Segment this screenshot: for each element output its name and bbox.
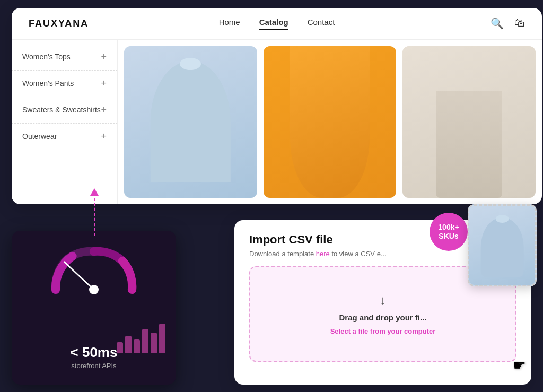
product-preview-image xyxy=(468,204,537,286)
cursor-hand-icon: ☛ xyxy=(513,356,526,374)
product-card-orange-dress[interactable] xyxy=(264,46,397,198)
sidebar-label-womens-tops: Women's Tops xyxy=(22,53,71,61)
select-file-link[interactable]: Select a file xyxy=(330,327,369,335)
products-grid xyxy=(118,40,542,204)
sidebar-item-womens-tops[interactable]: Women's Tops + xyxy=(12,44,117,71)
bar-5 xyxy=(151,333,157,353)
product-image-orange-dress xyxy=(264,46,397,198)
navigation: FAUXYANA Home Catalog Contact 🔍 🛍 xyxy=(12,8,542,40)
nav-links: Home Catalog Contact xyxy=(219,18,335,30)
sidebar-item-sweaters[interactable]: Sweaters & Sweatshirts + xyxy=(12,97,117,124)
brand-logo: FAUXYANA xyxy=(29,18,89,29)
product-image-beige-pants xyxy=(402,46,536,198)
product-image-blue-top xyxy=(124,46,257,198)
bar-1 xyxy=(117,342,123,353)
product-card-beige-pants[interactable] xyxy=(402,46,536,198)
bar-chart xyxy=(117,321,165,353)
speed-card: < 50ms storefront APIs xyxy=(12,231,176,385)
subtitle-suffix: to view a CSV e... xyxy=(330,250,387,258)
dotted-line xyxy=(94,198,95,236)
bar-2 xyxy=(125,336,132,353)
speed-subtitle: storefront APIs xyxy=(71,362,116,370)
main-layout: Women's Tops + Women's Pants + Sweaters … xyxy=(12,40,542,204)
cart-icon[interactable]: 🛍 xyxy=(514,17,525,30)
expand-icon-womens-tops[interactable]: + xyxy=(101,51,107,63)
subtitle-prefix: Download a template xyxy=(249,250,316,258)
product-card-blue-top[interactable] xyxy=(124,46,257,198)
storefront-card: FAUXYANA Home Catalog Contact 🔍 🛍 Women'… xyxy=(12,8,542,204)
bar-6 xyxy=(159,324,165,353)
arrow-connector xyxy=(94,188,95,236)
speed-metric: < 50ms xyxy=(71,344,118,361)
select-file-suffix: from your computer xyxy=(368,327,435,335)
nav-link-contact[interactable]: Contact xyxy=(308,18,335,30)
sidebar-item-womens-pants[interactable]: Women's Pants + xyxy=(12,71,117,97)
bar-3 xyxy=(134,339,140,353)
svg-line-1 xyxy=(64,262,94,289)
bar-4 xyxy=(142,329,148,353)
arrow-head-icon xyxy=(90,188,99,196)
speedometer-gauge xyxy=(46,241,142,300)
drop-text: Drag and drop your fi... xyxy=(339,313,426,322)
template-link[interactable]: here xyxy=(316,250,330,258)
download-icon: ↓ xyxy=(380,293,386,308)
import-card: 100k+ SKUs Import CSV file Download a te… xyxy=(234,220,531,385)
sidebar-label-womens-pants: Women's Pants xyxy=(22,79,74,88)
sku-badge-line2: SKUs xyxy=(439,232,458,241)
nav-link-catalog[interactable]: Catalog xyxy=(259,18,288,30)
drop-select-text: Select a file from your computer xyxy=(330,327,436,335)
search-icon[interactable]: 🔍 xyxy=(491,17,504,30)
expand-icon-outerwear[interactable]: + xyxy=(101,131,107,142)
expand-icon-womens-pants[interactable]: + xyxy=(101,78,107,89)
nav-icon-group: 🔍 🛍 xyxy=(491,17,525,30)
sku-badge-line1: 100k+ xyxy=(438,223,459,232)
sku-badge: 100k+ SKUs xyxy=(430,213,468,251)
sidebar-item-outerwear[interactable]: Outerwear + xyxy=(12,124,117,150)
sidebar-label-sweaters: Sweaters & Sweatshirts xyxy=(22,106,101,114)
expand-icon-sweaters[interactable]: + xyxy=(101,104,107,116)
category-sidebar: Women's Tops + Women's Pants + Sweaters … xyxy=(12,40,118,204)
nav-link-home[interactable]: Home xyxy=(219,18,240,30)
sidebar-label-outerwear: Outerwear xyxy=(22,132,57,141)
preview-blue-top xyxy=(469,206,535,285)
